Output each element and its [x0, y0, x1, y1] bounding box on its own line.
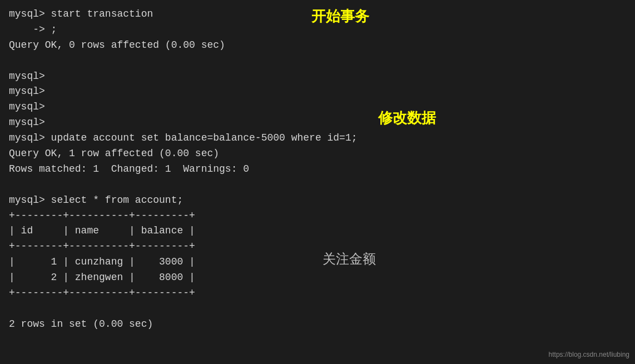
terminal-line-16: +--------+----------+---------+	[9, 239, 626, 255]
terminal-line-18: | 2 | zhengwen | 8000 |	[9, 270, 626, 286]
annotation-modify-data: 修改数据	[378, 108, 436, 128]
terminal-line-9: mysql> update account set balance=balanc…	[9, 131, 626, 146]
terminal-line-7: mysql>	[9, 99, 626, 115]
terminal-line-11: Rows matched: 1 Changed: 1 Warnings: 0	[9, 162, 626, 177]
terminal-line-4	[9, 53, 626, 69]
terminal-line-5: mysql>	[9, 69, 626, 84]
terminal-line-17: | 1 | cunzhang | 3000 |	[9, 255, 626, 270]
terminal-line-12	[9, 177, 626, 193]
annotation-focus-amount: 关注金额	[323, 250, 376, 268]
terminal-line-10: Query OK, 1 row affected (0.00 sec)	[9, 146, 626, 162]
terminal-line-8: mysql>	[9, 115, 626, 131]
terminal-line-15: | id | name | balance |	[9, 223, 626, 239]
watermark: https://blog.csdn.net/liubing	[549, 351, 629, 358]
terminal-line-6: mysql>	[9, 84, 626, 99]
terminal-line-21: 2 rows in set (0.00 sec)	[9, 317, 626, 332]
terminal-window: mysql> start transaction -> ; Query OK, …	[0, 0, 635, 364]
terminal-line-20	[9, 301, 626, 317]
terminal-line-14: +--------+----------+---------+	[9, 208, 626, 224]
annotation-start-transaction: 开始事务	[311, 7, 369, 26]
terminal-line-13: mysql> select * from account;	[9, 193, 626, 208]
terminal-line-3: Query OK, 0 rows affected (0.00 sec)	[9, 38, 626, 53]
terminal-line-19: +--------+----------+---------+	[9, 286, 626, 301]
